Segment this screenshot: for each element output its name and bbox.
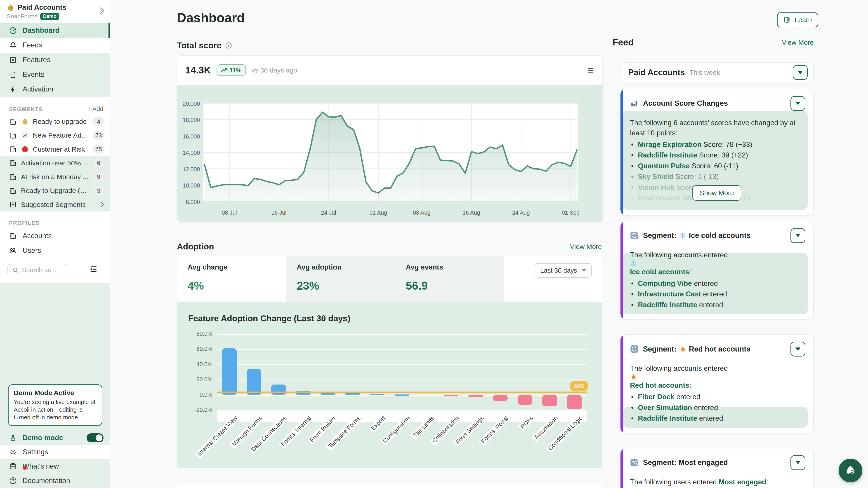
- profiles-section-header: PROFILES: [0, 212, 110, 228]
- accoil-logo-icon: [844, 464, 857, 477]
- sidebar-item-users[interactable]: Users: [0, 243, 110, 258]
- add-segment-button[interactable]: + Add: [87, 105, 103, 112]
- account-link[interactable]: Fiber Dock: [638, 393, 675, 401]
- y-axis-tick: 40.0%: [179, 361, 213, 367]
- feed-list-item: Mirage Exploration Score: 78 (+33): [630, 139, 805, 150]
- sidebar-item-feeds[interactable]: Feeds: [0, 38, 110, 53]
- avg-label: AVG: [570, 381, 588, 391]
- segment-activation-over-50[interactable]: Activation over 50% ... 6: [0, 156, 110, 170]
- segment-ready-to-upgrade[interactable]: Ready to upgrade 4: [0, 115, 110, 129]
- account-link[interactable]: Mirage Exploration: [638, 140, 702, 149]
- account-link[interactable]: Computing Vibe: [638, 280, 692, 287]
- trend-up-icon: [221, 67, 227, 73]
- total-score-card: 14.3K 11% vs 30 days ago 20,00018,00016,…: [177, 55, 603, 222]
- feed-view-more-link[interactable]: View More: [782, 39, 814, 46]
- search-input[interactable]: Search ac...: [7, 264, 67, 276]
- account-link[interactable]: Radcliffe Institute: [638, 151, 697, 159]
- account-link[interactable]: Quantum Pulse: [638, 162, 690, 170]
- building-icon: [9, 173, 17, 181]
- segment-count: 9: [93, 173, 105, 182]
- suggested-segments[interactable]: Suggested Segments: [0, 198, 110, 212]
- app: { "sidebar": { "header": {"title": "Paid…: [0, 0, 868, 488]
- sidebar-divider: [0, 258, 110, 263]
- bar-negative: [468, 395, 483, 397]
- svg-text:?: ?: [12, 479, 14, 483]
- feed-list-item: Radcliffe Institute entered: [630, 300, 805, 311]
- bar-positive: [395, 394, 409, 396]
- collapse-sidebar-icon[interactable]: [89, 265, 98, 273]
- segment-count: 3: [93, 186, 105, 195]
- feed-list-item: Radcliffe Institute entered: [630, 413, 805, 424]
- demo-mode-row[interactable]: Demo mode: [0, 430, 110, 445]
- building-icon: [9, 118, 17, 126]
- caret-down-icon: [582, 269, 586, 272]
- y-axis-tick: 14,000: [180, 150, 200, 156]
- building-icon: [9, 159, 17, 167]
- feed-card-collapse-button[interactable]: [790, 455, 805, 470]
- feed-card-collapse-button[interactable]: [790, 341, 805, 357]
- sidebar-item-label: Dashboard: [23, 26, 59, 35]
- feed-card-title: Segment:Red hot accounts: [643, 345, 751, 353]
- workspace-subtitle: SnapForms: [7, 13, 37, 20]
- feed-group-title: Paid Accounts: [628, 68, 685, 77]
- sidebar-item-features[interactable]: Features: [0, 53, 110, 67]
- accoil-chat-button[interactable]: [839, 459, 862, 482]
- feed-card-collapse-button[interactable]: [790, 96, 805, 111]
- stat-avg-events: Avg events 56.9: [395, 256, 504, 302]
- chevron-right-icon[interactable]: [99, 7, 105, 15]
- feed-title: Feed: [613, 37, 633, 47]
- feed-group-collapse-button[interactable]: [793, 65, 808, 80]
- feed-list-item: Computing Vibe entered: [630, 278, 805, 289]
- refresh-icon: [630, 345, 639, 353]
- account-link[interactable]: Vision Hub: [638, 184, 675, 191]
- sidebar-item-accounts[interactable]: Accounts: [0, 228, 110, 243]
- account-link[interactable]: Over Simulation: [638, 404, 692, 412]
- features-icon: [9, 56, 17, 64]
- workspace-switcher[interactable]: $ Paid Accounts SnapForms Demo: [0, 0, 110, 23]
- sidebar-item-settings[interactable]: Settings: [0, 445, 110, 459]
- info-icon[interactable]: [225, 42, 232, 49]
- segments-section-header: SEGMENTS + Add: [0, 97, 110, 115]
- feed-group-card: Paid Accounts This week: [620, 62, 814, 83]
- sidebar-item-events[interactable]: Events: [0, 67, 110, 82]
- bar-positive: [370, 394, 384, 395]
- feed-card-collapse-button[interactable]: [790, 228, 805, 243]
- segment-new-feature-adoption[interactable]: New Feature Ado... 73: [0, 129, 110, 142]
- account-link[interactable]: Radcliffe Institute: [638, 414, 697, 422]
- sidebar-item-dashboard[interactable]: Dashboard: [0, 23, 110, 38]
- sidebar-item-documentation[interactable]: ? Documentation: [0, 473, 110, 488]
- total-score-value: 14.3K: [185, 65, 211, 76]
- sidebar-item-label: Features: [23, 56, 51, 64]
- x-axis-tick: 24 Aug: [512, 209, 530, 216]
- y-axis-tick: 60.0%: [179, 346, 213, 352]
- red-circle-icon: [21, 145, 29, 153]
- sidebar-item-activation[interactable]: Activation: [0, 82, 110, 97]
- change-badge: 11%: [217, 64, 246, 76]
- segment-at-risk-monday[interactable]: At risk on a Monday ... 9: [0, 170, 110, 184]
- account-link[interactable]: Radcliffe Institute: [638, 301, 697, 309]
- show-more-button[interactable]: Show More: [692, 185, 741, 201]
- x-axis-tick: 16 Jul: [272, 209, 287, 216]
- account-link[interactable]: Sky Shield: [638, 173, 674, 181]
- building-icon: [9, 232, 17, 240]
- chart-menu-icon[interactable]: [587, 67, 594, 74]
- bar-negative: [542, 395, 557, 406]
- sidebar-item-label: Events: [23, 70, 44, 78]
- next-section-peek: [177, 484, 602, 488]
- segment-customer-at-risk[interactable]: Customer at Risk 75: [0, 142, 110, 156]
- sidebar-item-label: Documentation: [23, 477, 70, 485]
- segment-ready-to-upgrade-e[interactable]: Ready to Upgrade (E... 3: [0, 184, 110, 198]
- total-score-plot: [204, 103, 578, 201]
- help-circle-icon: ?: [9, 477, 17, 485]
- account-link[interactable]: Environment Ware: [638, 194, 700, 202]
- demo-mode-toggle[interactable]: [87, 433, 103, 442]
- x-axis-tick: 01 Aug: [369, 209, 387, 216]
- shuffle-icon: [630, 458, 639, 467]
- account-link[interactable]: Infrastructure Cast: [638, 290, 701, 298]
- range-selector-dropdown[interactable]: Last 30 days: [535, 263, 592, 278]
- feed-list-item: Radcliffe Institute Score: 39 (+22): [630, 150, 805, 161]
- adoption-stats: Avg change 4% Avg adoption 23% Avg event…: [177, 256, 602, 302]
- feature-adoption-plot: AVG: [217, 334, 587, 410]
- adoption-view-more-link[interactable]: View More: [570, 243, 602, 251]
- sidebar-item-whats-new[interactable]: What's new: [0, 459, 110, 474]
